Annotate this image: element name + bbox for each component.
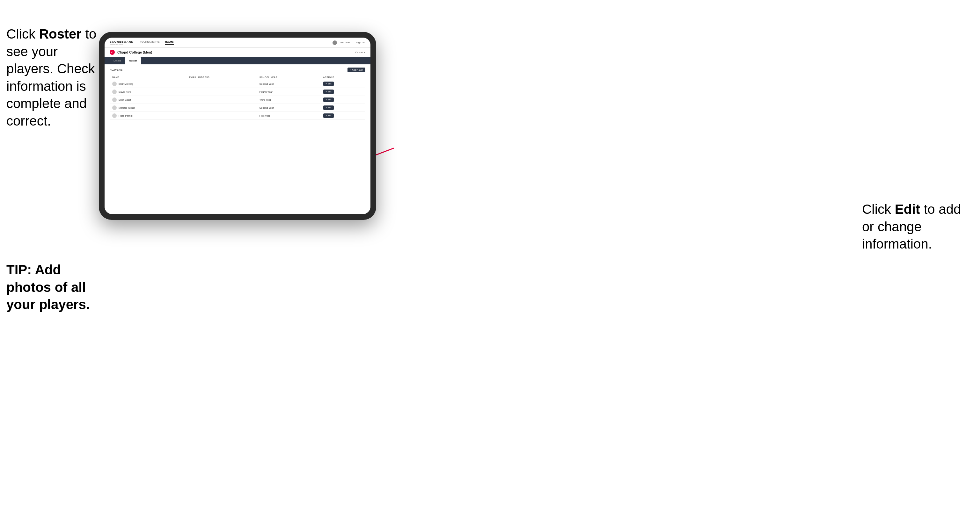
player-email [186, 96, 257, 104]
nav-tournaments[interactable]: TOURNAMENTS [140, 40, 160, 44]
header-right: Test User | Sign out [332, 40, 365, 45]
player-actions: ✎ Edit [321, 112, 365, 120]
player-name-cell: Elliot Ebert [110, 96, 186, 104]
nav-links: TOURNAMENTS TEAMS [140, 40, 332, 44]
edit-button-1[interactable]: ✎ Edit [323, 89, 334, 94]
player-name-cell: Blair McHarg [110, 80, 186, 88]
player-name-cell: Piers Parnell [110, 112, 186, 120]
player-email [186, 80, 257, 88]
tab-roster[interactable]: Roster [125, 57, 141, 64]
player-name-cell: Marcus Turner [110, 104, 186, 112]
sign-out-link[interactable]: Sign out [356, 41, 365, 44]
players-header: PLAYERS + Add Player [110, 68, 365, 72]
content-area: PLAYERS + Add Player NAME EMAIL ADDRESS … [105, 64, 371, 214]
player-avatar [112, 105, 117, 110]
player-school-year: First Year [257, 112, 321, 120]
tabs-bar: Details Roster [105, 57, 371, 64]
player-name: Blair McHarg [119, 83, 133, 86]
team-name: Clippd College (Men) [117, 50, 152, 54]
user-avatar [332, 40, 337, 45]
user-name: Test User [339, 41, 350, 44]
col-email: EMAIL ADDRESS [186, 75, 257, 80]
table-row: David Ford Fourth Year✎ Edit [110, 88, 365, 96]
team-header: C Clippd College (Men) Cancel × [105, 48, 371, 57]
cancel-button[interactable]: Cancel × [355, 51, 365, 54]
instruction-left: Click Roster to see your players. Check … [6, 25, 99, 130]
player-actions: ✎ Edit [321, 104, 365, 112]
table-row: Elliot Ebert Third Year✎ Edit [110, 96, 365, 104]
player-school-year: Fourth Year [257, 88, 321, 96]
player-school-year: Second Year [257, 104, 321, 112]
player-name: Marcus Turner [119, 106, 135, 109]
team-logo-icon: C [110, 50, 115, 55]
player-actions: ✎ Edit [321, 80, 365, 88]
edit-button-4[interactable]: ✎ Edit [323, 113, 334, 118]
logo-sub: Powered by clippd [110, 43, 134, 45]
player-school-year: Second Year [257, 80, 321, 88]
logo-text: SCOREBOARD [110, 40, 134, 43]
table-row: Piers Parnell First Year✎ Edit [110, 112, 365, 120]
edit-bold: Edit [895, 202, 920, 217]
player-avatar [112, 97, 117, 102]
col-actions: ACTIONS [321, 75, 365, 80]
players-table: NAME EMAIL ADDRESS SCHOOL YEAR ACTIONS B… [110, 75, 365, 120]
player-email [186, 112, 257, 120]
player-name: Piers Parnell [119, 114, 133, 117]
logo-area: SCOREBOARD Powered by clippd [110, 40, 134, 45]
table-row: Marcus Turner Second Year✎ Edit [110, 104, 365, 112]
col-school-year: SCHOOL YEAR [257, 75, 321, 80]
players-label: PLAYERS [110, 68, 123, 71]
player-actions: ✎ Edit [321, 96, 365, 104]
player-name: Elliot Ebert [119, 98, 131, 101]
tablet-screen: SCOREBOARD Powered by clippd TOURNAMENTS… [105, 38, 371, 214]
roster-bold: Roster [39, 27, 82, 41]
tablet-frame: SCOREBOARD Powered by clippd TOURNAMENTS… [99, 32, 376, 220]
add-player-button[interactable]: + Add Player [347, 68, 365, 72]
edit-button-0[interactable]: ✎ Edit [323, 82, 334, 86]
separator: | [353, 41, 353, 44]
instruction-right: Click Edit to add or change information. [862, 201, 974, 253]
tab-details[interactable]: Details [110, 57, 125, 64]
edit-button-2[interactable]: ✎ Edit [323, 97, 334, 102]
player-avatar [112, 89, 117, 94]
app-header: SCOREBOARD Powered by clippd TOURNAMENTS… [105, 38, 371, 48]
team-name-area: C Clippd College (Men) [110, 50, 152, 55]
nav-teams[interactable]: TEAMS [165, 40, 174, 44]
player-email [186, 104, 257, 112]
player-name-cell: David Ford [110, 88, 186, 96]
edit-button-3[interactable]: ✎ Edit [323, 105, 334, 110]
tip-text: TIP: Add photos of all your players. [6, 261, 99, 314]
player-name: David Ford [119, 90, 131, 94]
table-row: Blair McHarg Second Year✎ Edit [110, 80, 365, 88]
player-email [186, 88, 257, 96]
player-avatar [112, 113, 117, 118]
player-actions: ✎ Edit [321, 88, 365, 96]
player-avatar [112, 82, 117, 86]
col-name: NAME [110, 75, 186, 80]
player-school-year: Third Year [257, 96, 321, 104]
